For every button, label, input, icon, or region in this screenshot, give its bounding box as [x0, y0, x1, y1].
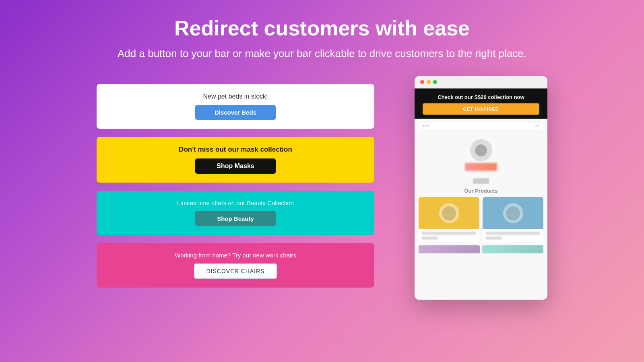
nav-dot [535, 125, 537, 127]
product-card-2 [483, 197, 543, 242]
browser-mockup: Check out our S$20 collection now GET IN… [415, 76, 547, 300]
discover-chairs-button[interactable]: DISCOVER CHAIRS [194, 263, 277, 279]
bottom-bar-item-1 [419, 245, 480, 253]
bar-card-teal: Limited time offers on our Beauty Collec… [97, 191, 374, 235]
product-price-blur [486, 237, 502, 240]
nav-dots-right [535, 125, 539, 127]
nav-dot [423, 125, 424, 127]
shop-beauty-button[interactable]: Shop Beauty [195, 211, 276, 226]
product-img-inner2 [442, 206, 456, 220]
browser-dot-green [433, 80, 437, 84]
store-name [465, 163, 497, 171]
product-card-1 [419, 197, 479, 242]
bar-yellow-text: Don't miss out our mask collection [179, 146, 292, 154]
product-image-1 [419, 197, 479, 229]
bar-pink-text: Working from home? Try our new work chai… [175, 252, 296, 259]
store-logo [470, 139, 492, 161]
get-inspired-button[interactable]: GET INSPIRED [423, 103, 539, 115]
product-image-2 [483, 197, 543, 229]
follow-btn-area [419, 178, 543, 184]
bar-teal-text: Limited time offers on our Beauty Collec… [177, 200, 294, 206]
bars-column: New pet beds in stock! Discover Beds Don… [97, 84, 374, 288]
browser-nav [419, 123, 543, 129]
bottom-bar-item-2 [482, 245, 543, 253]
product-info-1 [419, 229, 479, 242]
browser-bar-title: Check out our S$20 collection now [423, 94, 539, 100]
product-name-blur [422, 232, 476, 235]
nav-dot [427, 125, 429, 127]
products-grid [419, 197, 543, 242]
main-content: New pet beds in stock! Discover Beds Don… [80, 76, 564, 300]
nav-dot [425, 125, 427, 127]
bar-card-pink: Working from home? Try our new work chai… [97, 243, 374, 288]
bar-white-text: New pet beds in stock! [203, 93, 268, 100]
browser-chrome [415, 76, 547, 88]
nav-dot [538, 125, 539, 127]
browser-notification-bar: Check out our S$20 collection now GET IN… [415, 88, 547, 119]
store-logo-area [419, 133, 543, 175]
bottom-bar [419, 245, 543, 253]
page-subtitle: Add a button to your bar or make your ba… [118, 47, 526, 60]
shop-masks-button[interactable]: Shop Masks [195, 158, 276, 174]
product-info-2 [483, 229, 543, 242]
section-title: Our Products [419, 188, 543, 194]
product-img-inner2 [506, 206, 520, 220]
follow-button-blur [473, 178, 489, 184]
discover-beds-button[interactable]: Discover Beds [195, 105, 276, 120]
browser-content: Our Products [415, 119, 547, 300]
logo-inner [475, 144, 487, 156]
browser-dot-yellow [427, 80, 431, 84]
bar-card-white: New pet beds in stock! Discover Beds [97, 84, 374, 129]
bar-card-yellow: Don't miss out our mask collection Shop … [97, 137, 374, 183]
page-title: Redirect customers with ease [174, 16, 470, 40]
product-img-inner [439, 203, 459, 223]
product-name-blur [486, 232, 540, 235]
nav-dots [423, 125, 429, 127]
product-img-inner [503, 203, 523, 223]
browser-dot-red [420, 80, 424, 84]
product-price-blur [422, 237, 438, 240]
